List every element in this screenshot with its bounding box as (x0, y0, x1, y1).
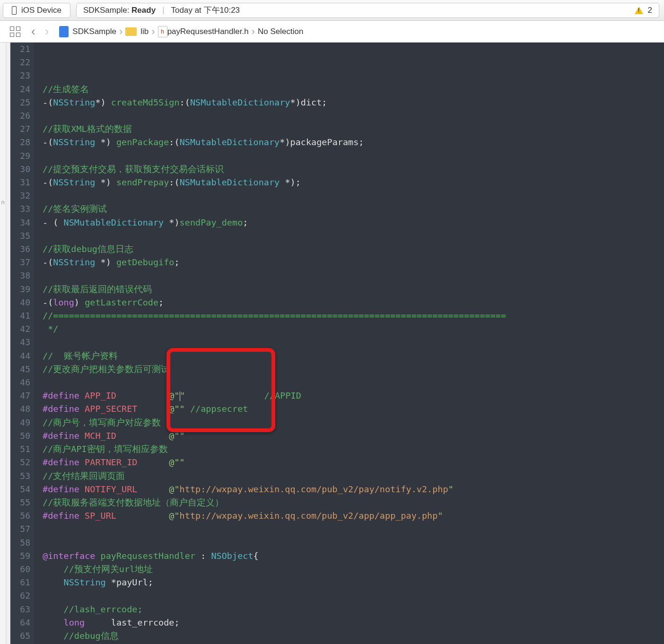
breadcrumb-folder-label: lib (140, 27, 149, 36)
code-line: - ( NSMutableDictionary *)sendPay_demo; (43, 216, 664, 229)
project-name: SDKSample: (83, 6, 129, 15)
timestamp: Today at 下午10:23 (171, 5, 240, 16)
related-items-button[interactable] (7, 23, 24, 40)
code-line: #define MCH_ID @"" (43, 429, 664, 443)
code-line (43, 189, 664, 202)
sidebar-mark: n (1, 199, 4, 206)
code-line: */ (43, 322, 664, 336)
code-line (43, 376, 664, 389)
folder-icon (125, 27, 137, 36)
line-number-gutter: 21 22 23 24 25 26 27 28 29 30 31 32 33 3… (10, 43, 34, 644)
code-line: //签名实例测试 (43, 202, 664, 216)
code-line: -(long) getLasterrCode; (43, 296, 664, 309)
breadcrumb-project-label: SDKSample (72, 27, 116, 36)
code-line: @interface payRequsestHandler : NSObject… (43, 549, 664, 563)
code-line: #define NOTIFY_URL @"http://wxpay.weixin… (43, 483, 664, 496)
code-line: -(NSString *) getDebugifo; (43, 256, 664, 269)
code-line (43, 109, 664, 122)
code-line: //======================================… (43, 309, 664, 322)
code-line: //支付结果回调页面 (43, 470, 664, 483)
chevron-right-icon: › (252, 26, 255, 37)
code-line: // 账号帐户资料 (43, 349, 664, 363)
code-line: long last_errcode; (43, 616, 664, 629)
warning-icon[interactable] (635, 7, 643, 14)
status-bar[interactable]: SDKSample: Ready | Today at 下午10:23 2 (76, 3, 659, 18)
editor: n 21 22 23 24 25 26 27 28 29 30 31 32 33… (0, 43, 664, 644)
code-line: //lash_errcode; (43, 603, 664, 616)
code-line (43, 536, 664, 549)
code-line: //商户号，填写商户对应参数 (43, 416, 664, 429)
code-line: #define APP_SECRET @"" //appsecret (43, 402, 664, 416)
nav-back-button[interactable]: ‹ (26, 24, 40, 39)
code-line (43, 229, 664, 243)
code-line: -(NSString *) genPackage:(NSMutableDicti… (43, 136, 664, 149)
left-sidebar-strip: n (0, 43, 6, 644)
code-line: //获取XML格式的数据 (43, 122, 664, 136)
code-line (43, 269, 664, 282)
breadcrumb-file-label: payRequsestHandler.h (167, 27, 249, 36)
breadcrumb-folder[interactable]: lib (125, 27, 149, 36)
status-text: Ready (131, 6, 156, 15)
header-file-icon: h (158, 26, 167, 37)
warning-count: 2 (648, 6, 652, 15)
code-line (43, 336, 664, 349)
breadcrumb-project[interactable]: SDKSample (59, 26, 116, 37)
code-area[interactable]: //生成签名-(NSString*) createMd5Sign:(NSMuta… (34, 43, 664, 644)
chevron-right-icon: › (119, 26, 122, 37)
code-line: #define PARTNER_ID @"" (43, 456, 664, 469)
code-line: #define APP_ID @"" //APPID (43, 389, 664, 402)
device-icon (12, 6, 17, 15)
code-line: //获取最后返回的错误代码 (43, 283, 664, 296)
code-line (43, 522, 664, 536)
project-icon (59, 26, 69, 37)
code-line: //获取服务器端支付数据地址（商户自定义） (43, 496, 664, 509)
breadcrumb-selection[interactable]: No Selection (258, 27, 303, 36)
code-line: -(NSString *) sendPrepay:(NSMutableDicti… (43, 176, 664, 189)
jump-bar: ‹ › SDKSample › lib › h payRequsestHandl… (0, 21, 664, 43)
code-line: //更改商户把相关参数后可测试 (43, 363, 664, 376)
code-line: //生成签名 (43, 83, 664, 96)
nav-forward-button[interactable]: › (40, 24, 54, 39)
code-line: -(NSString*) createMd5Sign:(NSMutableDic… (43, 96, 664, 109)
code-line: #define SP_URL @"http://wxpay.weixin.qq.… (43, 509, 664, 522)
device-selector[interactable]: iOS Device (3, 3, 70, 18)
separator: | (162, 6, 164, 15)
breadcrumb-file[interactable]: h payRequsestHandler.h (158, 26, 249, 37)
chevron-right-icon: › (151, 26, 155, 37)
code-line: //获取debug信息日志 (43, 243, 664, 256)
code-line (43, 149, 664, 163)
code-line (43, 589, 664, 602)
left-sidebar-strip-2 (6, 43, 10, 644)
code-line: //商户API密钥，填写相应参数 (43, 443, 664, 456)
breadcrumb-selection-label: No Selection (258, 27, 303, 36)
code-line: NSString *payUrl; (43, 576, 664, 589)
code-line: //debug信息 (43, 629, 664, 643)
code-line: //预支付网关url地址 (43, 563, 664, 576)
toolbar: iOS Device SDKSample: Ready | Today at 下… (0, 0, 664, 21)
device-label: iOS Device (21, 6, 61, 15)
code-line: //提交预支付交易，获取预支付交易会话标识 (43, 163, 664, 176)
